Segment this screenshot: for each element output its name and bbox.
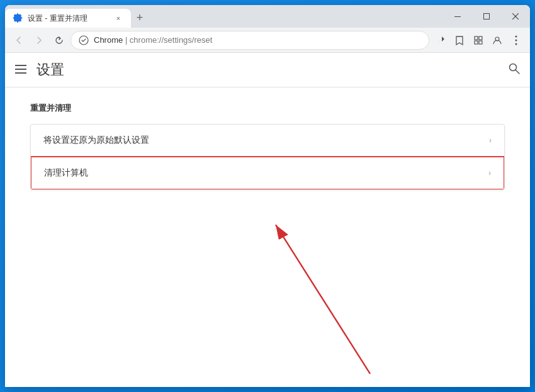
new-tab-button[interactable]: + (131, 9, 149, 26)
chrome-menu-button[interactable] (507, 31, 525, 49)
svg-rect-15 (15, 72, 26, 74)
reset-settings-chevron: › (489, 136, 492, 145)
page-content: 设置 重置并清理 将设置还原为原始默认设置 › 清理计算机 (5, 53, 530, 387)
refresh-button[interactable] (50, 31, 68, 49)
address-domain: Chrome (94, 35, 123, 45)
svg-line-17 (515, 70, 519, 74)
extensions-button[interactable] (470, 31, 487, 49)
close-button[interactable] (501, 5, 530, 28)
tab-favicon (13, 13, 23, 23)
tabs-area: 设置 - 重置并清理 × + (5, 5, 443, 28)
settings-page-title: 设置 (37, 60, 64, 79)
svg-rect-5 (475, 36, 478, 40)
address-bar: Chrome | chrome://settings/reset (5, 28, 530, 53)
svg-point-10 (515, 35, 517, 37)
svg-rect-7 (475, 41, 478, 44)
svg-point-11 (515, 39, 517, 41)
svg-rect-0 (454, 16, 461, 17)
svg-rect-8 (479, 41, 482, 44)
chrome-window: 设置 - 重置并清理 × + (5, 5, 530, 387)
minimize-button[interactable] (443, 5, 472, 28)
svg-rect-13 (15, 65, 26, 66)
toolbar-right (432, 31, 525, 49)
svg-rect-6 (479, 36, 482, 40)
reset-settings-label: 将设置还原为原始默认设置 (43, 135, 489, 146)
back-button[interactable] (10, 31, 28, 49)
tab-close-button[interactable]: × (113, 13, 123, 23)
window-controls (443, 5, 530, 28)
svg-point-4 (79, 36, 88, 45)
profile-button[interactable] (488, 31, 506, 49)
address-text: Chrome | chrome://settings/reset (94, 35, 212, 45)
security-icon (79, 35, 89, 45)
svg-rect-14 (15, 69, 26, 70)
settings-search-button[interactable] (509, 63, 520, 77)
svg-rect-1 (484, 14, 490, 20)
maximize-button[interactable] (472, 5, 501, 28)
settings-body: 重置并清理 将设置还原为原始默认设置 › 清理计算机 › (5, 87, 530, 387)
section-title: 重置并清理 (30, 103, 505, 114)
cleanup-computer-item[interactable]: 清理计算机 › (30, 156, 505, 190)
title-bar: 设置 - 重置并清理 × + (5, 5, 530, 28)
cleanup-computer-chevron: › (488, 169, 491, 177)
active-tab[interactable]: 设置 - 重置并清理 × (5, 9, 131, 28)
cleanup-computer-label: 清理计算机 (44, 167, 488, 179)
sidebar-menu-button[interactable] (15, 64, 26, 77)
svg-point-12 (515, 43, 517, 45)
settings-header: 设置 (5, 53, 530, 87)
tab-title: 设置 - 重置并清理 (28, 13, 108, 24)
settings-card: 将设置还原为原始默认设置 › 清理计算机 › (30, 124, 505, 190)
forward-button[interactable] (30, 31, 48, 49)
desktop: 设置 - 重置并清理 × + (0, 0, 535, 392)
address-path: | chrome://settings/reset (125, 35, 213, 45)
address-input[interactable]: Chrome | chrome://settings/reset (70, 31, 429, 50)
bookmark-button[interactable] (451, 31, 468, 49)
reset-settings-item[interactable]: 将设置还原为原始默认设置 › (31, 125, 504, 157)
share-button[interactable] (432, 31, 449, 49)
svg-line-19 (276, 225, 370, 374)
